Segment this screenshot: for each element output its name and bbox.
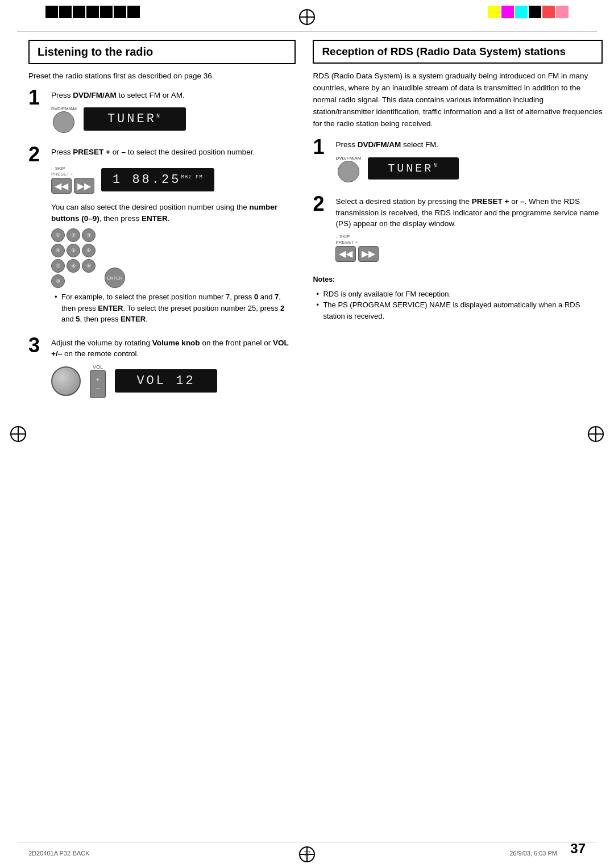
num-7[interactable]: ⑦ bbox=[51, 259, 65, 273]
left-step3-lcd-text: VOL 12 bbox=[136, 374, 195, 388]
dvdfmam-label: DVD/FM/AM bbox=[51, 106, 77, 111]
bar-black4 bbox=[86, 6, 99, 18]
left-column: Listening to the radio Preset the radio … bbox=[28, 40, 296, 412]
rds-preset-plus-label: PRESET + bbox=[335, 240, 358, 245]
left-step3-text: Adjust the volume by rotating Volume kno… bbox=[51, 337, 296, 360]
note-1: RDS is only available for FM reception. bbox=[316, 289, 603, 300]
bar-black3 bbox=[73, 6, 85, 18]
prev-button[interactable]: ◀◀ bbox=[51, 178, 72, 194]
right-step1-display: DVD/FM/AM TUNERN bbox=[335, 155, 603, 182]
next-button[interactable]: ▶▶ bbox=[74, 178, 94, 194]
border-line-bottom bbox=[17, 842, 597, 842]
two-column-layout: Listening to the radio Preset the radio … bbox=[28, 40, 586, 412]
left-step2-lcd: 1 88.25MHz FM bbox=[101, 168, 214, 191]
num-9[interactable]: ⑨ bbox=[82, 259, 96, 273]
footer-left: 2D20401A P32-BACK bbox=[28, 850, 90, 857]
top-right-color-bars bbox=[488, 6, 569, 18]
right-step1-number: 1 bbox=[313, 137, 329, 157]
num-6[interactable]: ⑥ bbox=[82, 244, 96, 257]
bar-black7 bbox=[127, 6, 140, 18]
left-step2-lcd-sub: MHz FM bbox=[181, 174, 202, 180]
preset-plus-label: PRESET + bbox=[51, 172, 73, 177]
left-step3: 3 Adjust the volume by rotating Volume k… bbox=[28, 337, 296, 403]
right-step1: 1 Press DVD/FM/AM select FM. DVD/FM/AM T… bbox=[313, 139, 603, 187]
right-column: Reception of RDS (Radio Data System) sta… bbox=[313, 40, 603, 412]
right-step1-content: Press DVD/FM/AM select FM. DVD/FM/AM TUN… bbox=[335, 139, 603, 187]
rds-prev-button[interactable]: ◀◀ bbox=[335, 246, 356, 262]
left-section-title-box: Listening to the radio bbox=[28, 40, 296, 64]
left-step1-text: Press DVD/FM/AM to select FM or AM. bbox=[51, 90, 296, 101]
page-content: Listening to the radio Preset the radio … bbox=[28, 40, 586, 834]
left-step3-lcd: VOL 12 bbox=[115, 369, 217, 393]
num-1[interactable]: ① bbox=[51, 228, 65, 242]
left-section-title: Listening to the radio bbox=[38, 45, 287, 59]
dvdfmam-button-group: DVD/FM/AM bbox=[51, 105, 77, 133]
rds-skip-preset-area: – SKIP PRESET + ◀◀ ▶▶ bbox=[335, 234, 603, 262]
reg-mark-left bbox=[10, 426, 26, 442]
rds-dvdfmam-button[interactable] bbox=[338, 161, 359, 182]
left-step1-number: 1 bbox=[28, 87, 44, 108]
skip-buttons: ◀◀ ▶▶ bbox=[51, 178, 94, 194]
notes-section: Notes: RDS is only available for FM rece… bbox=[313, 274, 603, 322]
skip-minus-label: – SKIP bbox=[51, 166, 65, 171]
bar-black8 bbox=[529, 6, 541, 18]
rds-dvdfmam-label: DVD/FM/AM bbox=[335, 156, 361, 161]
left-step2-number: 2 bbox=[28, 144, 44, 165]
left-step2: 2 Press PRESET + or – to select the desi… bbox=[28, 147, 296, 328]
bar-yellow bbox=[488, 6, 500, 18]
notes-title: Notes: bbox=[313, 274, 603, 285]
step2-bullets: For example, to select the preset positi… bbox=[51, 291, 296, 325]
vol-plus: + bbox=[96, 377, 99, 383]
num-10[interactable]: ⑩ bbox=[51, 274, 65, 288]
numpad-area: ① ② ③ ④ ⑤ ⑥ ⑦ ⑧ ⑨ ⑩ bbox=[51, 228, 296, 288]
volume-knob[interactable] bbox=[51, 366, 81, 396]
bar-black5 bbox=[100, 6, 113, 18]
rds-next-button[interactable]: ▶▶ bbox=[358, 246, 379, 262]
vol-label: VOL bbox=[93, 364, 103, 370]
enter-button[interactable]: ENTER bbox=[105, 268, 125, 288]
border-line-top bbox=[17, 31, 597, 32]
left-step2-display: – SKIP PRESET + ◀◀ ▶▶ 1 88.25MHz FM bbox=[51, 162, 296, 197]
step2-bullet1: For example, to select the preset positi… bbox=[55, 291, 296, 325]
right-step2-number: 2 bbox=[313, 194, 329, 214]
skip-preset-area: – SKIP PRESET + ◀◀ ▶▶ bbox=[51, 166, 94, 194]
vol-button[interactable]: + – bbox=[90, 370, 106, 398]
num-3[interactable]: ③ bbox=[82, 228, 96, 242]
num-4[interactable]: ④ bbox=[51, 244, 65, 257]
right-step1-lcd-sub: N bbox=[433, 163, 439, 169]
notes-list: RDS is only available for FM reception. … bbox=[313, 289, 603, 322]
bar-black bbox=[45, 6, 58, 18]
right-section-title-box: Reception of RDS (Radio Data System) sta… bbox=[313, 40, 603, 64]
reg-mark-right bbox=[588, 426, 604, 442]
left-step1: 1 Press DVD/FM/AM to select FM or AM. DV… bbox=[28, 90, 296, 138]
top-left-color-bars bbox=[45, 6, 140, 18]
bar-black2 bbox=[59, 6, 72, 18]
bar-cyan bbox=[515, 6, 528, 18]
right-step2-content: Select a desired station by pressing the… bbox=[335, 196, 603, 265]
dvdfmam-button[interactable] bbox=[53, 111, 74, 133]
rds-dvdfmam-group: DVD/FM/AM bbox=[335, 155, 361, 182]
step3-display: VOL + – VOL 12 bbox=[51, 364, 296, 398]
num-2[interactable]: ② bbox=[67, 228, 80, 242]
left-step3-number: 3 bbox=[28, 335, 44, 356]
left-step1-display: DVD/FM/AM TUNERN bbox=[51, 105, 296, 133]
numpad-group: ① ② ③ ④ ⑤ ⑥ ⑦ ⑧ ⑨ ⑩ bbox=[51, 228, 96, 288]
bar-magenta bbox=[501, 6, 514, 18]
page-number: 37 bbox=[570, 841, 586, 857]
vol-btn-group: VOL + – bbox=[90, 364, 106, 398]
right-step2: 2 Select a desired station by pressing t… bbox=[313, 196, 603, 265]
left-step1-lcd: TUNERN bbox=[84, 107, 186, 131]
bar-red bbox=[542, 6, 555, 18]
right-step2-text: Select a desired station by pressing the… bbox=[335, 196, 603, 229]
bar-pink bbox=[556, 6, 569, 18]
left-step1-content: Press DVD/FM/AM to select FM or AM. DVD/… bbox=[51, 90, 296, 138]
left-step2-content: Press PRESET + or – to select the desire… bbox=[51, 147, 296, 328]
left-step2-text: Press PRESET + or – to select the desire… bbox=[51, 147, 296, 158]
right-section-title: Reception of RDS (Radio Data System) sta… bbox=[322, 45, 594, 58]
right-step1-text: Press DVD/FM/AM select FM. bbox=[335, 139, 603, 151]
num-8[interactable]: ⑧ bbox=[67, 259, 80, 273]
bar-black6 bbox=[114, 6, 126, 18]
num-5[interactable]: ⑤ bbox=[67, 244, 80, 257]
left-step2-text2: You can also select the desired position… bbox=[51, 202, 296, 224]
left-step1-lcd-text: TUNER bbox=[107, 112, 156, 126]
